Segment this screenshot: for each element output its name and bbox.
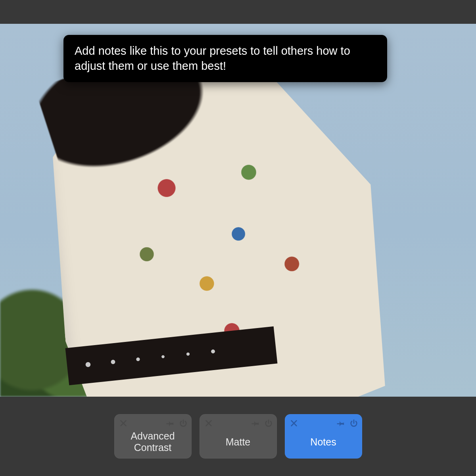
power-icon[interactable] [179, 419, 188, 428]
close-icon[interactable] [204, 419, 213, 428]
preset-tile-label: Notes [285, 430, 362, 459]
preset-tool-row: Advanced Contrast Matte [0, 397, 476, 476]
power-icon[interactable] [349, 419, 358, 428]
image-preview: Add notes like this to your presets to t… [0, 24, 476, 397]
notes-tooltip-text: Add notes like this to your presets to t… [75, 44, 350, 72]
close-icon[interactable] [119, 419, 128, 428]
preset-tile-advanced-contrast[interactable]: Advanced Contrast [114, 414, 192, 459]
top-bar [0, 0, 476, 24]
tile-icon-row [114, 414, 192, 430]
power-icon[interactable] [264, 419, 273, 428]
preset-tile-notes[interactable]: Notes [285, 414, 362, 459]
preset-tile-label: Matte [200, 430, 277, 459]
tile-icon-row [285, 414, 362, 430]
pin-icon[interactable] [251, 419, 260, 428]
preset-tile-label: Advanced Contrast [114, 430, 192, 459]
tile-icon-row [200, 414, 277, 430]
pin-icon[interactable] [337, 419, 345, 428]
close-icon[interactable] [290, 419, 298, 428]
preset-tile-matte[interactable]: Matte [200, 414, 277, 459]
notes-tooltip: Add notes like this to your presets to t… [63, 35, 387, 82]
pin-icon[interactable] [166, 419, 175, 428]
